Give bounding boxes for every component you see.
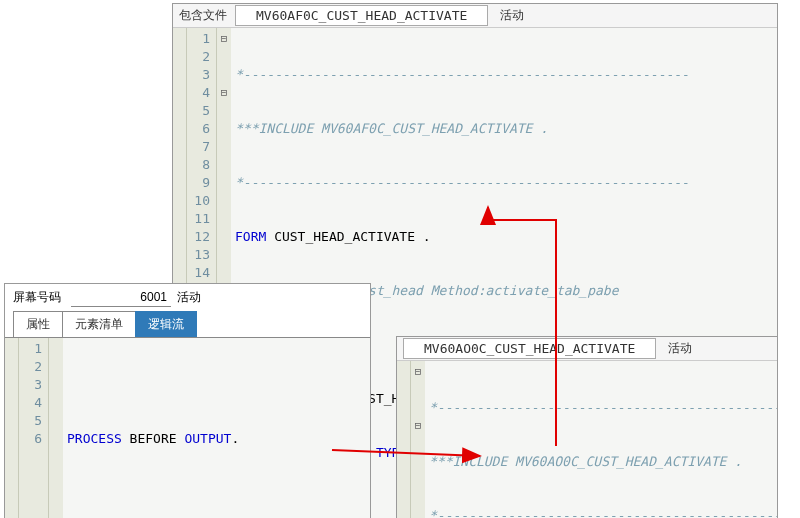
screen-editor-panel: 屏幕号码 活动 属性 元素清单 逻辑流 123456 PROCESS BEFOR… bbox=[4, 283, 371, 518]
tab-attributes[interactable]: 属性 bbox=[13, 311, 63, 337]
code-line: *---------------------------------------… bbox=[429, 507, 773, 518]
code-line: ***INCLUDE MV60AF0C_CUST_HEAD_ACTIVATE . bbox=[235, 120, 773, 138]
screen-number-input[interactable] bbox=[71, 288, 171, 307]
panel-header: MV60AO0C_CUST_HEAD_ACTIVATE 活动 bbox=[397, 337, 777, 361]
include-name-field[interactable]: MV60AO0C_CUST_HEAD_ACTIVATE bbox=[403, 338, 656, 359]
code-line: *---------------------------------------… bbox=[235, 174, 773, 192]
tab-element-list[interactable]: 元素清单 bbox=[62, 311, 136, 337]
code-editor[interactable]: ⊟⊟ *------------------------------------… bbox=[397, 361, 777, 518]
line-numbers: 123456 bbox=[19, 338, 49, 518]
code-line bbox=[67, 376, 366, 394]
tabs: 属性 元素清单 逻辑流 bbox=[5, 311, 370, 338]
code-line: *---------------------------------------… bbox=[235, 66, 773, 84]
tab-flow-logic[interactable]: 逻辑流 bbox=[135, 311, 197, 337]
code-area[interactable]: PROCESS BEFORE OUTPUT. MODULE PBO_6001. … bbox=[63, 338, 370, 518]
status-label: 活动 bbox=[668, 340, 692, 357]
fold-marks bbox=[49, 338, 63, 518]
include-name-field[interactable]: MV60AF0C_CUST_HEAD_ACTIVATE bbox=[235, 5, 488, 26]
code-area[interactable]: *---------------------------------------… bbox=[425, 361, 777, 518]
status-label: 活动 bbox=[177, 289, 201, 306]
fold-column bbox=[5, 338, 19, 518]
fold-column bbox=[397, 361, 411, 518]
screen-number-label: 屏幕号码 bbox=[13, 289, 61, 306]
screen-header: 屏幕号码 活动 bbox=[5, 284, 370, 311]
header-label: 包含文件 bbox=[179, 7, 227, 24]
code-line: PROCESS BEFORE OUTPUT. bbox=[67, 430, 366, 448]
fold-marks[interactable]: ⊟⊟ bbox=[411, 361, 425, 518]
code-line: ***INCLUDE MV60AO0C_CUST_HEAD_ACTIVATE . bbox=[429, 453, 773, 471]
status-label: 活动 bbox=[500, 7, 524, 24]
code-line: *---------------------------------------… bbox=[429, 399, 773, 417]
code-line bbox=[67, 484, 366, 502]
module-editor-panel: MV60AO0C_CUST_HEAD_ACTIVATE 活动 ⊟⊟ *-----… bbox=[396, 336, 778, 518]
code-editor[interactable]: 123456 PROCESS BEFORE OUTPUT. MODULE PBO… bbox=[5, 338, 370, 518]
panel-header: 包含文件 MV60AF0C_CUST_HEAD_ACTIVATE 活动 bbox=[173, 4, 777, 28]
code-line: FORM CUST_HEAD_ACTIVATE . bbox=[235, 228, 773, 246]
